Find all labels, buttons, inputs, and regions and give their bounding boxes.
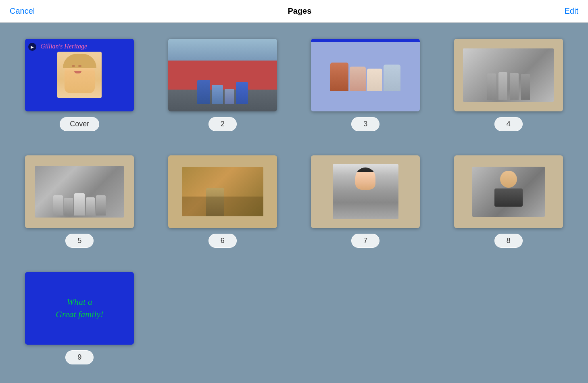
page-thumbnail-6 [168,155,277,228]
page-thumbnail-7 [311,155,420,228]
edit-button[interactable]: Edit [565,6,578,16]
pages-grid: ▶ Gillian's Heritage Cover [0,23,588,381]
page-thumbnail-4 [454,39,563,111]
page-badge-9: 9 [65,350,94,364]
page-badge-8: 8 [494,234,523,248]
page-item-5[interactable]: 5 [16,155,143,248]
page-item-cover[interactable]: ▶ Gillian's Heritage Cover [16,39,143,131]
page-badge-7: 7 [351,234,379,248]
sound-icon: ▶ [28,43,36,51]
page-item-2[interactable]: 2 [159,39,286,131]
page-thumbnail-cover: ▶ Gillian's Heritage [25,39,134,111]
page-thumbnail-8 [454,155,563,228]
header: Cancel Pages Edit [0,0,588,23]
page-thumbnail-9: What a Great family! [25,272,134,345]
page-thumbnail-2 [168,39,277,111]
page-item-4[interactable]: 4 [445,39,572,131]
cancel-button[interactable]: Cancel [10,6,35,16]
page-badge-3: 3 [351,117,379,131]
page-item-6[interactable]: 6 [159,155,286,248]
page-item-8[interactable]: 8 [445,155,572,248]
cover-title-text: Gillian's Heritage [40,43,87,50]
page-item-9[interactable]: What a Great family! 9 [16,272,143,364]
page-thumbnail-5 [25,155,134,228]
page-thumbnail-3 [311,39,420,111]
page-item-7[interactable]: 7 [302,155,429,248]
page-9-text: What a Great family! [56,296,103,321]
page-badge-6: 6 [209,234,237,248]
page-badge-5: 5 [65,234,94,248]
page-item-3[interactable]: 3 [302,39,429,131]
page-title: Pages [288,6,311,16]
page-badge-2: 2 [209,117,237,131]
page-badge-4: 4 [494,117,523,131]
page-badge-cover: Cover [60,117,99,131]
